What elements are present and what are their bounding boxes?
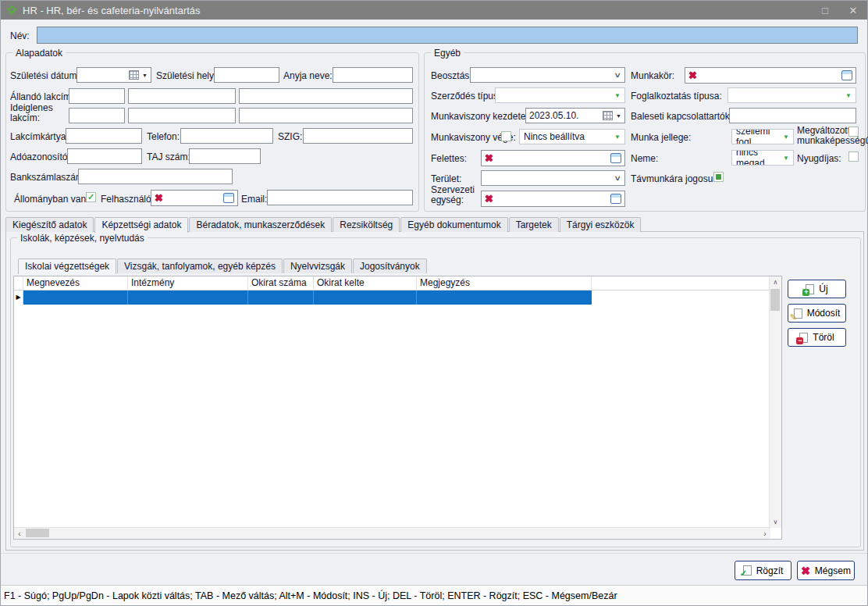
chevron-down-icon[interactable]: ∨ [614, 71, 622, 79]
mother-name-label: Anyja neve: [283, 70, 333, 81]
scroll-down-icon[interactable]: ∨ [770, 516, 781, 528]
employment-start-field[interactable]: 2023.05.10. ▼ [525, 108, 625, 123]
subtab-nyelvvizsgak[interactable]: Nyelvvizsgák [283, 258, 352, 273]
maximize-button[interactable]: □ [811, 1, 839, 20]
column-header-okirat-szama[interactable]: Okirat száma [248, 276, 314, 290]
accident-contacts-input[interactable] [729, 108, 856, 123]
temporary-address-zip-input[interactable] [69, 108, 125, 123]
calendar-icon[interactable] [603, 111, 613, 120]
changed-capacity-checkbox[interactable] [848, 127, 859, 137]
horizontal-scrollbar[interactable]: ‹ › [14, 527, 770, 539]
permanent-address-zip-input[interactable] [69, 88, 125, 104]
permanent-address-city-input[interactable] [128, 88, 236, 104]
tab-egyeb-dokumentumok[interactable]: Egyéb dokumentumok [400, 217, 507, 232]
position-label: Beosztás: [431, 70, 472, 81]
email-input[interactable] [267, 190, 413, 205]
tab-beradatok[interactable]: Béradatok, munkaszerződések [189, 217, 332, 232]
tab-rezsikoltseg[interactable]: Rezsiköltség [333, 217, 400, 232]
bank-account-input[interactable] [78, 169, 233, 184]
phone-input[interactable] [180, 128, 273, 144]
accident-contacts-label: Baleseti kapcsolattartók: [631, 111, 732, 122]
name-input[interactable] [37, 27, 858, 44]
dropdown-triangle-icon[interactable]: ▼ [616, 113, 621, 119]
dropdown-triangle-icon[interactable]: ▼ [614, 92, 621, 99]
birth-place-input[interactable] [214, 67, 279, 83]
new-button[interactable]: + Új [788, 280, 846, 298]
save-button[interactable]: ✓ Rögzít [735, 561, 792, 580]
birth-date-field[interactable]: ▼ [76, 67, 151, 83]
vertical-scroll-thumb[interactable] [770, 289, 780, 311]
tax-id-input[interactable] [67, 148, 142, 164]
egyeb-group: Egyéb Beosztás: ∨ Munkakör: ✖ Szerződés … [424, 52, 866, 212]
scroll-left-icon[interactable]: ‹ [14, 528, 25, 539]
lookup-picker-icon[interactable] [841, 70, 852, 80]
egyeb-title: Egyéb [431, 48, 464, 59]
permanent-address-street-input[interactable] [239, 88, 413, 104]
contract-type-combo[interactable]: ▼ [495, 87, 625, 103]
employment-end-checkbox[interactable] [501, 131, 511, 141]
vertical-scrollbar[interactable]: ∧ ∨ [769, 276, 781, 528]
user-field[interactable]: ✖ [151, 190, 238, 206]
on-staff-label: Állományban van: [14, 194, 88, 205]
subtab-vizsgak[interactable]: Vizsgák, tanfolyamok, egyéb képzés [117, 258, 283, 273]
dropdown-triangle-icon[interactable]: ▼ [614, 134, 621, 141]
employment-start-label: Munkaviszony kezdete: [431, 111, 528, 122]
user-label: Felhasználó: [101, 194, 154, 205]
address-card-input[interactable] [66, 128, 142, 144]
gender-combo[interactable]: nincs megad ▼ [731, 150, 794, 166]
scroll-right-icon[interactable]: › [760, 528, 770, 539]
cell-intezmeny[interactable] [128, 291, 248, 305]
table-row-selected[interactable]: ▶ [14, 291, 781, 305]
lookup-picker-icon[interactable] [223, 193, 234, 203]
temporary-address-street-input[interactable] [239, 108, 413, 123]
employment-type-label: Foglalkoztatás típusa: [631, 91, 722, 102]
supervisor-field[interactable]: ✖ [481, 150, 625, 166]
column-header-megnevezes[interactable]: Megnevezés [23, 276, 128, 290]
chevron-down-icon[interactable]: ∨ [614, 174, 622, 182]
cell-okirat-szama[interactable] [248, 291, 314, 305]
modify-button[interactable]: ✎ Módosít [788, 304, 846, 323]
job-field[interactable]: ✖ [685, 67, 856, 84]
cell-megjegyzes[interactable] [417, 291, 592, 305]
subtab-iskolai-vegzettsegek[interactable]: Iskolai végzettségek [18, 258, 116, 274]
employment-type-combo[interactable]: ▼ [727, 87, 856, 103]
calendar-icon[interactable] [129, 70, 139, 80]
scroll-up-icon[interactable]: ∧ [770, 276, 781, 288]
tab-targyi-eszkozok[interactable]: Tárgyi eszközök [560, 217, 642, 232]
cell-okirat-kelte[interactable] [314, 291, 417, 305]
close-button[interactable]: ✕ [839, 1, 867, 20]
on-staff-checkbox[interactable]: ✓ [86, 192, 96, 202]
szig-input[interactable] [303, 128, 413, 144]
employment-end-combo[interactable]: Nincs beállítva ▼ [519, 129, 625, 144]
column-header-intezmeny[interactable]: Intézmény [128, 276, 248, 290]
dropdown-triangle-icon[interactable]: ▼ [783, 134, 789, 141]
retired-checkbox[interactable] [848, 152, 859, 162]
column-header-megjegyzes[interactable]: Megjegyzés [417, 276, 592, 290]
column-header-okirat-kelte[interactable]: Okirat kelte [314, 276, 417, 290]
cell-megnevezes[interactable] [23, 291, 128, 305]
temporary-address-label: Ideiglenes lakcím: [10, 103, 62, 123]
dropdown-triangle-icon[interactable]: ▼ [142, 73, 148, 78]
subtab-jogositvanyok[interactable]: Jogosítványok [353, 258, 427, 273]
taj-input[interactable] [189, 148, 261, 164]
work-nature-combo[interactable]: szellemi fogl ▼ [731, 129, 794, 144]
horizontal-scroll-thumb[interactable] [26, 529, 49, 537]
org-unit-field[interactable]: ✖ [481, 191, 625, 207]
red-x-icon: ✖ [155, 193, 163, 203]
temporary-address-city-input[interactable] [128, 108, 236, 123]
tab-kepzettsegi-adatok[interactable]: Képzettségi adatok [94, 217, 188, 233]
supervisor-label: Felettes: [431, 153, 467, 164]
dropdown-triangle-icon[interactable]: ▼ [783, 155, 789, 162]
delete-button[interactable]: − Töröl [788, 328, 846, 347]
dropdown-triangle-icon[interactable]: ▼ [845, 92, 852, 99]
area-combo[interactable]: ∨ [481, 170, 625, 186]
lookup-picker-icon[interactable] [610, 153, 621, 163]
cancel-button[interactable]: ✖ Mégsem [797, 561, 855, 580]
tab-targetek[interactable]: Targetek [509, 217, 559, 232]
lookup-picker-icon[interactable] [610, 194, 621, 204]
remote-work-checkbox[interactable] [713, 172, 724, 182]
tab-kiegeszito-adatok[interactable]: Kiegészítő adatok [5, 217, 94, 232]
position-combo[interactable]: ∨ [470, 67, 625, 83]
gender-label: Neme: [631, 153, 658, 164]
mother-name-input[interactable] [333, 67, 413, 83]
